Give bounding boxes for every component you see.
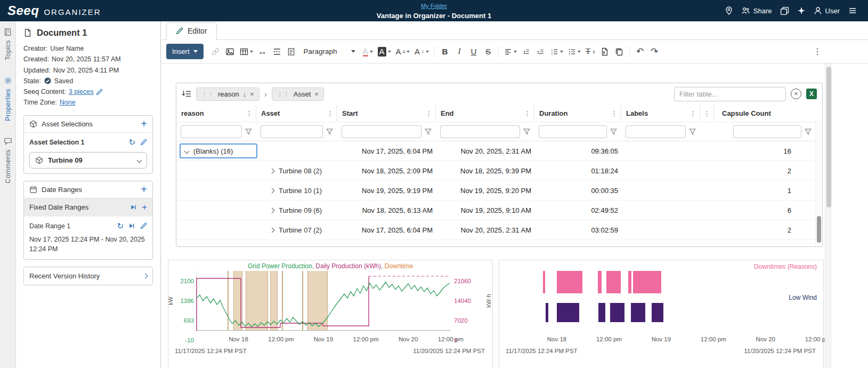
power-production-chart[interactable]: Grid Power Production, Daily Production … [168,260,493,368]
add-date-range-button[interactable]: + [141,186,147,193]
toolbar-overflow-kebab-icon[interactable]: ⋮ [810,44,824,60]
share-button[interactable]: Share [741,6,772,15]
capsule-bar[interactable] [557,303,579,322]
strikethrough-icon[interactable]: S [481,44,495,60]
capsule-bar[interactable] [598,303,605,322]
chevron-right-icon[interactable] [270,227,275,233]
group-chip-asset[interactable]: ⋮⋮ Asset × [272,87,324,101]
column-menu-kebab-icon[interactable]: ⋮ [323,109,337,117]
refresh-date-range-icon[interactable]: ↻ [117,221,124,231]
column-header-asset[interactable]: Asset ⋮ [256,105,337,122]
capsule-bar[interactable] [557,271,582,293]
edit-date-range-pencil-icon[interactable] [140,222,147,229]
chevron-right-icon[interactable] [270,188,275,193]
map-pin-icon[interactable] [725,6,733,15]
tab-comments[interactable]: Comments [4,137,12,183]
font-size-icon[interactable]: A≡ [394,44,412,60]
capsule-bar[interactable] [628,271,631,293]
insert-button[interactable]: Insert [166,44,204,59]
table-row[interactable]: (Blanks) (16) Nov 17, 2025, 6:04 PM Nov … [176,141,822,161]
add-asset-selection-button[interactable]: + [141,120,147,127]
chevron-down-icon[interactable] [184,148,190,154]
capsule-bar[interactable] [631,303,645,322]
editor-scrollbar-thumb[interactable] [826,67,831,207]
seeq-logo[interactable]: Seeq ORGANIZER [0,3,101,18]
page-break-icon[interactable] [270,44,284,60]
font-color-icon[interactable]: A [361,44,375,60]
drag-handle-icon[interactable]: ⋮⋮ [277,91,290,97]
step-date-range-icon[interactable] [128,222,135,229]
filter-funnel-icon[interactable] [425,129,432,135]
italic-icon[interactable]: I [452,44,466,60]
filter-funnel-icon[interactable] [245,129,252,135]
tab-editor[interactable]: Editor [166,22,217,40]
column-menu-kebab-icon[interactable]: ⋮ [700,109,713,117]
capsule-bar[interactable] [543,271,546,293]
table-scrollbar[interactable] [815,123,822,246]
table-row[interactable]: Turbine 07 (2) Nov 17, 2025, 6:04 PM Nov… [176,220,822,240]
column-filter-input-reason[interactable] [181,125,242,138]
line-height-icon[interactable]: A↕ [412,44,431,60]
align-icon[interactable] [502,44,519,60]
capsule-bar[interactable] [633,271,661,293]
column-filter-input-capsule-count[interactable] [733,125,801,138]
capsule-bar[interactable] [606,271,621,293]
remove-chip-icon[interactable]: × [250,91,254,98]
column-header-start[interactable]: Start ⋮ [337,105,436,122]
insert-image-icon[interactable] [223,44,237,60]
capsule-bar[interactable] [652,303,663,322]
paragraph-style-dropdown[interactable]: Paragraph [299,47,360,55]
capsule-bar[interactable] [598,271,602,293]
ordered-list-icon[interactable]: 123 [548,44,565,60]
breadcrumb-my-folder[interactable]: My Folder [421,3,447,9]
sort-desc-icon[interactable]: ↓ [243,91,247,98]
version-history-box[interactable]: Recent Version History [23,267,153,285]
refresh-asset-selection-icon[interactable]: ↻ [128,138,135,147]
capsule-bar[interactable] [610,303,624,322]
redo-icon[interactable]: ↷ [647,44,661,60]
table-scrollbar-thumb[interactable] [817,216,821,243]
chevron-right-icon[interactable] [270,168,275,173]
filter-table-input[interactable] [674,87,786,101]
column-filter-input-asset[interactable] [261,125,323,138]
group-chip-reason[interactable]: ⋮⋮ reason ↓ × [196,87,259,101]
bullet-list-icon[interactable] [566,44,583,60]
pdf-export-icon[interactable] [598,44,612,60]
timezone-link[interactable]: None [60,97,76,108]
user-menu[interactable]: User [814,6,840,15]
increase-indent-icon[interactable] [534,44,548,60]
link-icon[interactable] [209,44,223,60]
group-by-icon[interactable] [182,90,191,98]
filter-funnel-icon[interactable] [805,129,812,135]
filter-funnel-icon[interactable] [523,129,530,135]
remove-chip-icon[interactable]: × [314,91,319,98]
hamburger-menu-icon[interactable] [848,6,857,15]
add-fixed-date-range-button[interactable]: + [142,202,147,213]
bold-icon[interactable]: B [438,44,452,60]
column-filter-input-start[interactable] [342,125,421,138]
filter-funnel-icon[interactable] [610,129,617,135]
column-header-end[interactable]: End ⋮ [436,105,534,122]
table-row[interactable]: Turbine 10 (1) Nov 19, 2025, 9:19 PM Nov… [176,181,822,201]
text-block-icon[interactable] [285,44,298,60]
column-header-duration[interactable]: Duration ⋮ [534,105,621,122]
seeq-content-link[interactable]: 3 pieces [69,86,94,97]
clear-filters-icon[interactable]: × [791,89,801,99]
tab-topics[interactable]: Topics [4,28,12,60]
filter-funnel-icon[interactable] [326,129,333,135]
filter-funnel-icon[interactable] [689,129,696,135]
column-header-reason[interactable]: reason ⋮ [176,105,256,122]
arrow-horizontal-icon[interactable]: ↔ [256,44,270,60]
column-header-labels[interactable]: Labels ⋮ [621,105,700,122]
underline-icon[interactable]: U [467,44,481,60]
excel-export-icon[interactable]: X [806,89,817,99]
drag-handle-icon[interactable]: ⋮⋮ [201,91,214,97]
ai-sparkle-icon[interactable] [797,6,806,15]
copy-icon[interactable] [612,44,626,60]
column-menu-kebab-icon[interactable]: ⋮ [521,109,534,117]
downtimes-chart[interactable]: Downtimes (Reasons) Low Wind Nov 1812:00… [499,260,824,368]
decrease-indent-icon[interactable] [520,44,533,60]
column-menu-kebab-icon[interactable]: ⋮ [422,109,435,117]
column-header-menu[interactable]: ⋮ [700,105,714,122]
worksheets-icon[interactable] [780,6,789,15]
